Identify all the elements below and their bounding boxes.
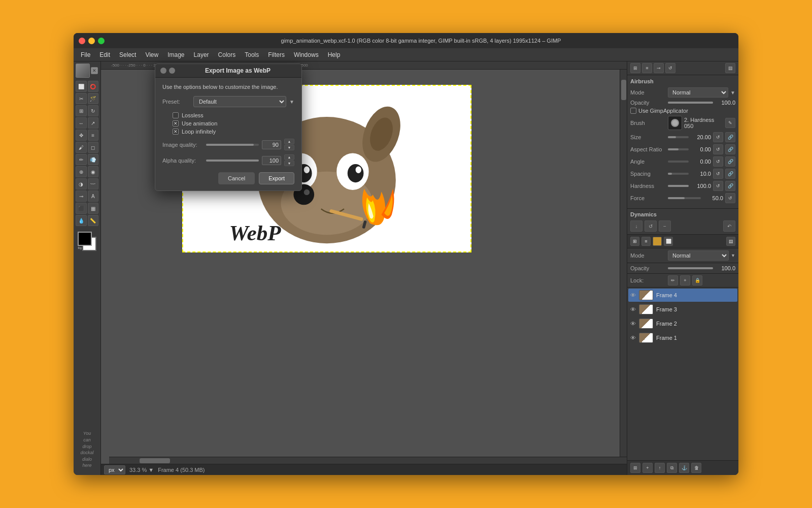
alpha-quality-slider[interactable] — [206, 160, 259, 162]
dialog-buttons: Cancel Export — [162, 172, 294, 184]
alpha-quality-spinners: ▲ ▼ — [284, 154, 294, 166]
dialog-titlebar: Export Image as WebP — [155, 64, 301, 78]
dialog-description: Use the options below to customize the i… — [162, 84, 294, 90]
loop-infinitely-checkbox[interactable]: ✕ — [173, 129, 179, 135]
export-dialog: Export Image as WebP Use the options bel… — [155, 64, 302, 191]
dialog-close-btn[interactable] — [160, 68, 166, 74]
image-quality-slider[interactable] — [206, 144, 259, 146]
dialog-minimize-btn[interactable] — [169, 68, 175, 74]
image-quality-row: Image quality: ▲ ▼ — [162, 139, 294, 150]
use-animation-label: Use animation — [182, 120, 217, 126]
alpha-quality-down[interactable]: ▼ — [284, 161, 294, 166]
alpha-quality-fill — [206, 160, 259, 162]
dialog-title: Export Image as WebP — [179, 67, 296, 74]
export-button[interactable]: Export — [259, 172, 294, 184]
lossless-checkbox[interactable] — [173, 112, 179, 118]
image-quality-input[interactable] — [262, 140, 281, 149]
image-quality-label: Image quality: — [162, 142, 203, 148]
alpha-quality-input[interactable] — [262, 156, 281, 165]
checkbox-group: Lossless ✕ Use animation ✕ Loop infinite… — [162, 112, 294, 135]
loop-infinitely-label: Loop infinitely — [182, 129, 216, 135]
use-animation-row: ✕ Use animation — [173, 120, 294, 126]
alpha-quality-row: Alpha quality: ▲ ▼ — [162, 154, 294, 166]
preset-row: Preset: Default ▼ — [162, 96, 294, 107]
loop-infinitely-row: ✕ Loop infinitely — [173, 129, 294, 135]
dialog-body: Use the options below to customize the i… — [155, 78, 301, 190]
use-animation-checkbox[interactable]: ✕ — [173, 120, 179, 126]
preset-select[interactable]: Default — [193, 96, 286, 107]
preset-dropdown-icon[interactable]: ▼ — [289, 99, 294, 105]
dialog-title-buttons — [160, 68, 175, 74]
gimp-window: gimp_animation_webp.xcf-1.0 (RGB color 8… — [74, 33, 738, 475]
lossless-label: Lossless — [182, 112, 204, 118]
image-quality-spinners: ▲ ▼ — [284, 139, 294, 150]
cancel-button[interactable]: Cancel — [218, 172, 255, 184]
alpha-quality-up[interactable]: ▲ — [284, 154, 294, 160]
lossless-row: Lossless — [173, 112, 294, 118]
image-quality-fill — [206, 144, 254, 146]
preset-label: Preset: — [162, 99, 190, 105]
image-quality-down[interactable]: ▼ — [284, 145, 294, 150]
alpha-quality-label: Alpha quality: — [162, 157, 203, 164]
image-quality-up[interactable]: ▲ — [284, 139, 294, 144]
dialog-overlay: Export Image as WebP Use the options bel… — [74, 33, 738, 475]
